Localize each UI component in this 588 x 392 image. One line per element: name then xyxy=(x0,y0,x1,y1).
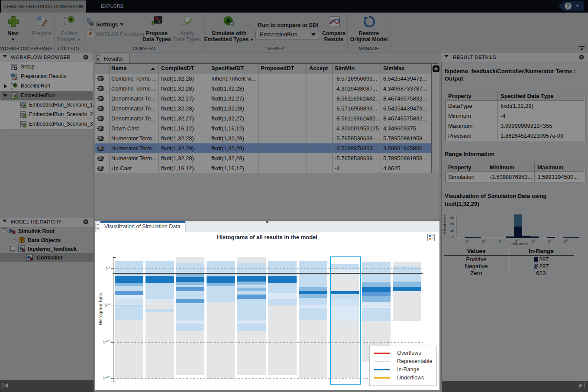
svg-text:fi: fi xyxy=(159,21,160,23)
